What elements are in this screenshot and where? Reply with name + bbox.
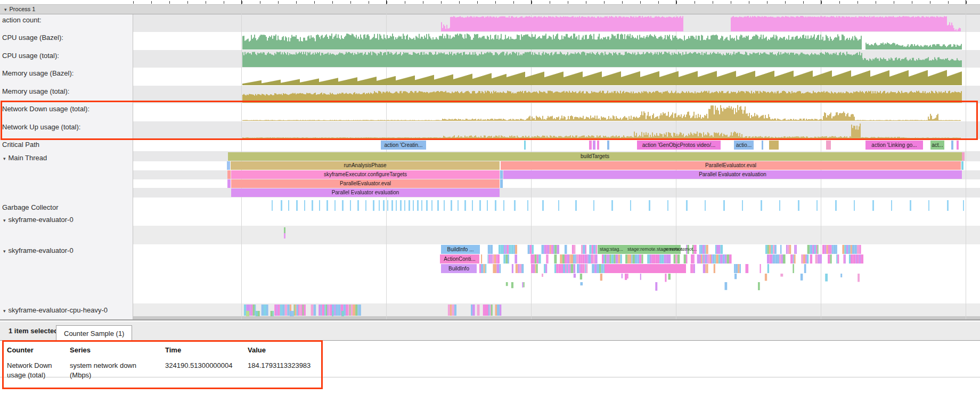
track-label-panel[interactable]: action count:CPU usage (Bazel):CPU usage… xyxy=(0,14,133,319)
track-label-text: skyframe-evaluator-0 xyxy=(9,246,74,254)
slice-act[interactable]: act... xyxy=(930,141,944,150)
slice[interactable] xyxy=(227,161,230,170)
slice[interactable] xyxy=(769,141,779,150)
tab-counter-sample[interactable]: Counter Sample (1) xyxy=(56,325,132,342)
track-label-cpu-usage-bazel: CPU usage (Bazel): xyxy=(2,34,63,42)
slice-parallel-evaluator-evaluation[interactable]: Parallel Evaluator evaluation xyxy=(503,170,962,179)
table-cell: system network down (Mbps) xyxy=(70,361,150,380)
track-label-text: Main Thread xyxy=(9,154,47,162)
track-label-critical-path: Critical Path xyxy=(2,141,39,149)
slice-action-genobjcprotos-video[interactable]: action 'GenObjcProtos video/... xyxy=(637,141,721,150)
track-label-skyframe-evaluator-0[interactable]: ▾skyframe-evaluator-0 xyxy=(3,246,74,254)
details-panel: 1 item selected. Counter Sample (1) Coun… xyxy=(0,319,980,395)
collapse-triangle-icon[interactable]: ▾ xyxy=(3,308,6,314)
slice[interactable] xyxy=(284,227,285,233)
slice-parallelevaluator-eval[interactable]: ParallelEvaluator.eval xyxy=(501,161,961,170)
slice-parallelevaluator-eval[interactable]: ParallelEvaluator.eval xyxy=(231,179,500,188)
slice[interactable] xyxy=(284,233,285,238)
slice-actionconti[interactable]: ActionConti... xyxy=(440,254,479,264)
track-label-text: Memory usage (total): xyxy=(2,87,69,95)
track-label-text: CPU usage (total): xyxy=(2,52,59,60)
slice[interactable] xyxy=(605,264,686,273)
track-label-text: action count: xyxy=(2,16,42,24)
track-label-text: Garbage Collector xyxy=(2,203,59,211)
track-label-skyframe-evaluator-cpu-heavy-0[interactable]: ▾skyframe-evaluator-cpu-heavy-0 xyxy=(3,306,108,314)
profiler-app: ▾Process 1 action 'Creatin...action 'Gen… xyxy=(0,0,980,395)
table-cell: Network Down usage (total) xyxy=(7,361,66,380)
track-label-text: Memory usage (Bazel): xyxy=(2,69,74,77)
slice[interactable] xyxy=(957,141,959,150)
slice[interactable] xyxy=(227,179,231,188)
track-label-text: skyframe-evaluator-0 xyxy=(9,216,74,224)
slice-actio[interactable]: actio... xyxy=(734,141,754,150)
slice[interactable] xyxy=(962,152,965,161)
slice[interactable] xyxy=(762,141,763,150)
track-label-memory-usage-bazel: Memory usage (Bazel): xyxy=(2,69,74,77)
track-label-skyframe-evaluator-0[interactable]: ▾skyframe-evaluator-0 xyxy=(3,216,74,224)
slice-action-creatin[interactable]: action 'Creatin... xyxy=(381,141,426,150)
track-label-text: CPU usage (Bazel): xyxy=(2,34,63,42)
slice-label-overlay: ...remote.remot... xyxy=(660,246,697,252)
track-label-garbage-collector: Garbage Collector xyxy=(2,203,59,211)
details-tab-bar: 1 item selected. Counter Sample (1) xyxy=(0,322,980,341)
track-label-network-down-usage-total: Network Down usage (total): xyxy=(2,105,89,113)
slice[interactable] xyxy=(607,141,609,150)
table-cell: 184.1793113323983 xyxy=(248,361,320,371)
track-label-text: Network Down usage (total): xyxy=(2,105,89,113)
slice-parallel-evaluator-evaluation[interactable]: Parallel Evaluator evaluation xyxy=(231,188,500,197)
collapse-triangle-icon[interactable]: ▾ xyxy=(3,218,6,223)
collapse-triangle-icon[interactable]: ▾ xyxy=(3,249,6,254)
table-header-value: Value xyxy=(248,346,320,354)
counter-sample-table: CounterSeriesTimeValueNetwork Down usage… xyxy=(0,341,980,395)
slice-buildinfo[interactable]: BuildInfo ... xyxy=(441,245,480,254)
track-label-text: skyframe-evaluator-cpu-heavy-0 xyxy=(9,306,108,314)
track-label-main-thread[interactable]: ▾Main Thread xyxy=(3,154,47,162)
track-label-text: Critical Path xyxy=(2,141,39,149)
slice[interactable] xyxy=(597,141,599,150)
slice[interactable] xyxy=(524,141,526,150)
slice[interactable] xyxy=(961,161,963,170)
timeline-area[interactable]: ▾Process 1 action 'Creatin...action 'Gen… xyxy=(0,0,980,319)
slice[interactable] xyxy=(500,179,503,188)
slice[interactable] xyxy=(951,141,953,150)
track-label-text: Network Up usage (total): xyxy=(2,123,80,131)
table-header-time: Time xyxy=(165,346,244,354)
slice[interactable] xyxy=(227,170,231,179)
slice-action-linking-go[interactable]: action 'Linking go... xyxy=(865,141,923,150)
slice[interactable] xyxy=(500,170,503,179)
slice-label-overlay: stag:stag... xyxy=(600,246,623,252)
slice[interactable] xyxy=(589,141,592,150)
selection-status: 1 item selected. xyxy=(9,327,60,335)
slice[interactable] xyxy=(593,141,595,150)
slice-buildtargets[interactable]: buildTargets xyxy=(228,152,962,161)
slice-buildinfo[interactable]: BuildInfo xyxy=(441,264,477,273)
slice-skyframeexecutor-configuretargets[interactable]: skyframeExecutor.configureTargets xyxy=(231,170,500,179)
table-header-counter: Counter xyxy=(7,346,66,354)
track-label-network-up-usage-total: Network Up usage (total): xyxy=(2,123,80,131)
slice[interactable] xyxy=(826,141,831,150)
track-label-cpu-usage-total: CPU usage (total): xyxy=(2,52,59,60)
collapse-triangle-icon[interactable]: ▾ xyxy=(3,156,6,161)
track-label-action-count: action count: xyxy=(2,16,42,24)
table-cell: 324190.51300000004 xyxy=(165,361,244,371)
table-header-series: Series xyxy=(70,346,150,354)
track-label-memory-usage-total: Memory usage (total): xyxy=(2,87,69,95)
slice-runanalysisphase[interactable]: runAnalysisPhase xyxy=(231,161,500,170)
